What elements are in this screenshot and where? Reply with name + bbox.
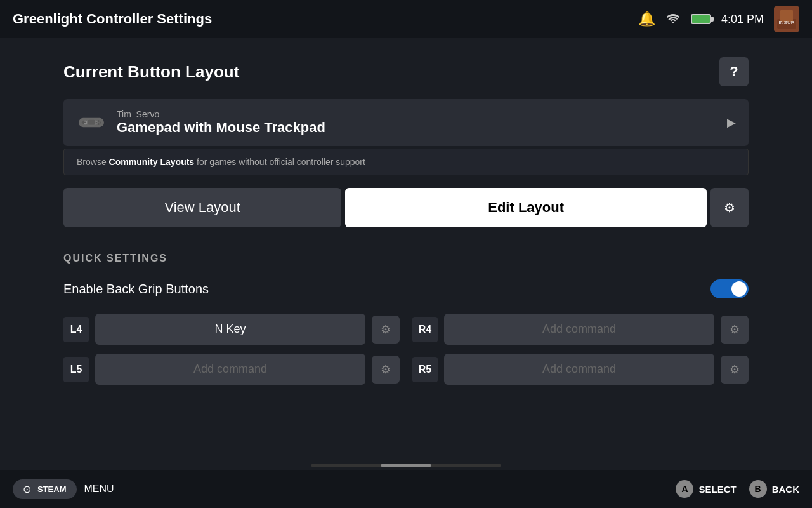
svg-point-11 (100, 121, 102, 123)
help-button[interactable]: ? (719, 57, 749, 86)
menu-label: MENU (84, 483, 114, 495)
l5-label: L5 (63, 357, 89, 382)
clock-display: 4:01 PM (721, 13, 764, 26)
svg-text:INSUR: INSUR (779, 20, 795, 25)
layout-info: Tim_Servo Gamepad with Mouse Trackpad (117, 109, 717, 136)
topbar: Greenlight Controller Settings 🔔 4:01 PM… (0, 0, 812, 38)
quick-settings-section: QUICK SETTINGS Enable Back Grip Buttons … (63, 253, 749, 385)
wifi-icon (665, 11, 681, 27)
grip-buttons-grid: L4 N Key ⚙ R4 Add command ⚙ L5 Add comma… (63, 314, 749, 385)
r5-gear-icon: ⚙ (730, 363, 740, 377)
l4-gear-icon: ⚙ (381, 323, 391, 337)
l4-command-button[interactable]: N Key (95, 314, 365, 345)
r4-label: R4 (412, 317, 438, 342)
app-title: Greenlight Controller Settings (13, 11, 212, 27)
a-button-icon[interactable]: A (676, 480, 693, 498)
layout-name: Gamepad with Mouse Trackpad (117, 119, 717, 136)
back-grip-row: Enable Back Grip Buttons (63, 279, 749, 298)
layout-author: Tim_Servo (117, 109, 717, 119)
grip-item-r4: R4 Add command ⚙ (412, 314, 749, 345)
svg-point-12 (98, 123, 100, 125)
community-text-before: Browse (77, 157, 109, 167)
r5-settings-button[interactable]: ⚙ (721, 356, 749, 384)
steam-icon: ⊙ (23, 483, 31, 495)
l4-label: L4 (63, 317, 89, 342)
community-text-bold: Community Layouts (109, 157, 195, 167)
back-grip-label: Enable Back Grip Buttons (63, 282, 209, 297)
scrollbar-thumb (381, 464, 431, 467)
grip-item-l5: L5 Add command ⚙ (63, 354, 400, 385)
view-layout-button[interactable]: View Layout (63, 188, 341, 227)
quick-settings-title: QUICK SETTINGS (63, 253, 749, 264)
layout-card[interactable]: Tim_Servo Gamepad with Mouse Trackpad ▶ (63, 99, 749, 146)
community-banner[interactable]: Browse Community Layouts for games witho… (63, 149, 749, 175)
b-label: B (755, 484, 761, 494)
r4-settings-button[interactable]: ⚙ (721, 316, 749, 344)
r5-command-button[interactable]: Add command (444, 354, 714, 385)
steam-button[interactable]: ⊙ STEAM (13, 479, 77, 499)
layout-card-inner[interactable]: Tim_Servo Gamepad with Mouse Trackpad ▶ (63, 99, 749, 146)
l4-settings-button[interactable]: ⚙ (372, 316, 400, 344)
select-label: SELECT (698, 484, 736, 495)
l5-command-button[interactable]: Add command (95, 354, 365, 385)
svg-point-13 (95, 121, 97, 123)
topbar-right: 🔔 4:01 PM INSUR (638, 6, 799, 32)
notification-icon[interactable]: 🔔 (638, 11, 655, 27)
back-group: B BACK (749, 480, 799, 498)
edit-layout-button[interactable]: Edit Layout (345, 188, 707, 227)
l5-settings-button[interactable]: ⚙ (372, 356, 400, 384)
controller-icon (76, 114, 107, 131)
bottombar-right: A SELECT B BACK (676, 480, 799, 498)
grip-item-l4: L4 N Key ⚙ (63, 314, 400, 345)
main-content: Current Button Layout ? (0, 38, 812, 470)
battery-icon (691, 14, 711, 24)
r4-command-button[interactable]: Add command (444, 314, 714, 345)
section-header: Current Button Layout ? (63, 57, 749, 86)
svg-rect-9 (82, 121, 84, 124)
button-row: View Layout Edit Layout ⚙ (63, 188, 749, 227)
scrollbar-area[interactable] (311, 464, 501, 467)
l5-gear-icon: ⚙ (381, 363, 391, 377)
bottombar-left: ⊙ STEAM MENU (13, 479, 114, 499)
avatar[interactable]: INSUR (774, 6, 799, 32)
bottombar: ⊙ STEAM MENU A SELECT B BACK (0, 470, 812, 508)
steam-label: STEAM (37, 485, 67, 494)
r5-label: R5 (412, 357, 438, 382)
gear-icon: ⚙ (724, 200, 735, 215)
back-grip-toggle[interactable] (710, 279, 749, 298)
svg-rect-14 (88, 119, 96, 125)
back-label: BACK (772, 484, 799, 495)
community-text-after: for games without official controller su… (194, 157, 365, 167)
grip-item-r5: R5 Add command ⚙ (412, 354, 749, 385)
svg-point-10 (98, 120, 100, 122)
layout-arrow-icon: ▶ (727, 116, 736, 130)
b-button-icon[interactable]: B (749, 480, 767, 498)
svg-rect-3 (774, 6, 799, 32)
layout-settings-button[interactable]: ⚙ (710, 188, 749, 227)
a-label: A (681, 484, 688, 494)
r4-gear-icon: ⚙ (730, 323, 740, 337)
select-group: A SELECT (676, 480, 736, 498)
section-title: Current Button Layout (63, 62, 239, 82)
